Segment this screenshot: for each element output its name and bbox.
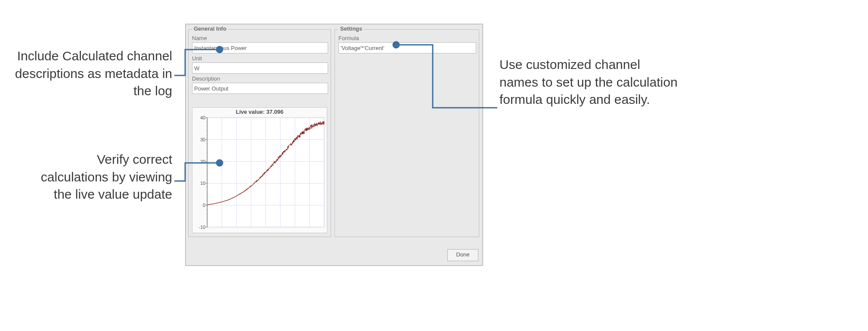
calculated-channel-dialog: General Info Name Unit Description Live …: [185, 24, 483, 266]
name-input[interactable]: [192, 42, 328, 53]
svg-text:10: 10: [200, 181, 205, 186]
description-label: Description: [192, 75, 327, 82]
formula-label: Formula: [338, 35, 475, 41]
name-label: Name: [192, 35, 327, 41]
callout-formula: Use customized channel names to set up t…: [499, 56, 680, 109]
svg-text:30: 30: [200, 137, 205, 142]
live-value-title: Live value: 37.096: [192, 108, 327, 115]
settings-legend: Settings: [338, 25, 364, 32]
callout-live-value: Verify correct calculations by viewing t…: [26, 151, 172, 203]
unit-input[interactable]: [192, 62, 328, 74]
formula-input[interactable]: [338, 42, 476, 53]
svg-text:-10: -10: [198, 225, 205, 230]
settings-fieldset: Settings Formula: [335, 29, 479, 237]
description-input[interactable]: [192, 83, 328, 94]
svg-text:40: 40: [200, 115, 205, 120]
general-info-fieldset: General Info Name Unit Description Live …: [188, 29, 331, 237]
chart-svg: -10010203040: [192, 115, 327, 231]
svg-text:0: 0: [203, 203, 205, 208]
callout-metadata: Include Calculated channel descriptions …: [0, 47, 172, 100]
done-button[interactable]: Done: [447, 249, 478, 261]
svg-text:20: 20: [200, 159, 205, 164]
dialog-body: General Info Name Unit Description Live …: [188, 27, 480, 244]
live-value-chart: Live value: 37.096 -10010203040: [192, 107, 327, 233]
general-info-legend: General Info: [192, 25, 228, 32]
unit-label: Unit: [192, 55, 327, 62]
